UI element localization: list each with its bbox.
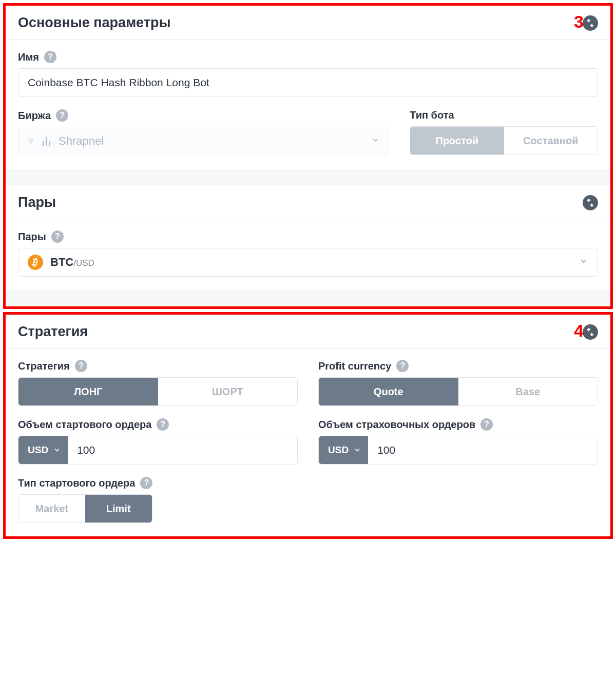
pairs-card: Пары Пары ? ₿ BTC/USD [6, 185, 610, 290]
bot-type-compound-button[interactable]: Составной [504, 127, 598, 154]
long-button[interactable]: ЛОНГ [18, 378, 158, 405]
pair-select[interactable]: ₿ BTC/USD [18, 248, 598, 277]
name-label: Имя [18, 51, 39, 63]
pair-quote: /USD [73, 258, 94, 268]
annotation-box-4: 4 Стратегия Стратегия ? ЛОНГ ШОРТ [3, 312, 613, 539]
start-order-type-group: Тип стартового ордера ? Market Limit [18, 477, 298, 523]
strategy-header: Стратегия [6, 315, 610, 348]
help-icon[interactable]: ? [51, 230, 64, 243]
bot-type-toggle: Простой Составной [410, 126, 598, 155]
start-order-volume-label: Объем стартового ордера [18, 419, 151, 431]
chevron-down-icon [354, 447, 361, 454]
start-order-type-label: Тип стартового ордера [18, 477, 135, 489]
help-icon[interactable]: ? [44, 51, 56, 63]
strategy-title: Стратегия [18, 324, 88, 340]
market-button[interactable]: Market [18, 495, 85, 522]
help-icon[interactable]: ? [75, 360, 87, 372]
pairs-label: Пары [18, 231, 46, 243]
bot-type-simple-button[interactable]: Простой [410, 127, 504, 154]
bot-type-field-group: Тип бота Простой Составной [410, 109, 598, 156]
base-button[interactable]: Base [458, 378, 598, 405]
exchange-label: Биржа [18, 110, 51, 122]
profit-currency-label: Profit currency [318, 360, 391, 372]
pairs-header: Пары [6, 185, 610, 219]
profit-currency-group: Profit currency ? Quote Base [318, 360, 598, 406]
basic-params-header: Основные параметры [6, 6, 610, 40]
bot-type-label: Тип бота [410, 109, 454, 121]
strategy-body: Стратегия ? ЛОНГ ШОРТ Profit currency ? … [6, 348, 610, 536]
exchange-field-group: Биржа ? ♥ Shrapnel [18, 109, 389, 156]
heart-icon: ♥ [28, 134, 34, 148]
profit-currency-toggle: Quote Base [318, 377, 598, 406]
help-icon[interactable]: ? [157, 418, 169, 431]
annotation-box-3: 3 Основные параметры Имя ? [3, 3, 613, 309]
name-input[interactable] [18, 68, 598, 97]
short-button[interactable]: ШОРТ [158, 378, 298, 405]
strategy-type-label: Стратегия [18, 360, 70, 372]
start-order-volume-input-group: USD [18, 436, 298, 464]
annotation-number-4: 4 [574, 321, 584, 341]
safety-order-volume-group: Объем страховочных ордеров ? USD [318, 418, 598, 464]
basic-params-card: Основные параметры Имя ? Биржа [6, 6, 610, 169]
start-volume-input[interactable] [68, 436, 297, 464]
collapse-toggle-icon[interactable] [583, 195, 598, 210]
help-icon[interactable]: ? [56, 109, 68, 122]
annotation-number-3: 3 [574, 12, 584, 32]
limit-button[interactable]: Limit [85, 495, 152, 522]
collapse-toggle-icon[interactable] [583, 15, 598, 31]
section-gap [6, 290, 610, 306]
quote-button[interactable]: Quote [319, 378, 458, 405]
section-gap [6, 169, 610, 185]
strategy-card: Стратегия Стратегия ? ЛОНГ ШОРТ [6, 315, 610, 536]
name-field-group: Имя ? [18, 51, 598, 97]
help-icon[interactable]: ? [480, 418, 493, 431]
pair-value: BTC/USD [50, 256, 572, 269]
chevron-down-icon [371, 136, 379, 146]
strategy-toggle: ЛОНГ ШОРТ [18, 377, 298, 406]
help-icon[interactable]: ? [396, 360, 409, 372]
pair-base: BTC [50, 256, 73, 268]
collapse-toggle-icon[interactable] [583, 324, 598, 340]
currency-label: USD [328, 444, 349, 456]
chevron-down-icon [53, 447, 61, 454]
strategy-type-group: Стратегия ? ЛОНГ ШОРТ [18, 360, 298, 406]
basic-params-title: Основные параметры [18, 15, 171, 31]
exchange-value: Shrapnel [59, 134, 363, 148]
start-order-type-toggle: Market Limit [18, 494, 152, 523]
empty-col [318, 477, 598, 523]
help-icon[interactable]: ? [140, 477, 152, 489]
safety-volume-currency-select[interactable]: USD [319, 436, 368, 464]
chevron-down-icon [579, 257, 588, 268]
safety-order-volume-label: Объем страховочных ордеров [318, 419, 475, 431]
currency-label: USD [28, 444, 48, 456]
start-volume-currency-select[interactable]: USD [18, 436, 68, 464]
safety-order-volume-input-group: USD [318, 436, 598, 464]
exchange-select[interactable]: ♥ Shrapnel [18, 127, 389, 156]
pairs-body: Пары ? ₿ BTC/USD [6, 219, 610, 290]
safety-volume-input[interactable] [368, 436, 598, 464]
btc-icon: ₿ [26, 253, 45, 272]
pairs-title: Пары [18, 195, 56, 210]
basic-params-body: Имя ? Биржа ? ♥ Shrapnel [6, 40, 610, 169]
exchange-logo-icon [43, 137, 50, 146]
start-order-volume-group: Объем стартового ордера ? USD [18, 418, 298, 464]
